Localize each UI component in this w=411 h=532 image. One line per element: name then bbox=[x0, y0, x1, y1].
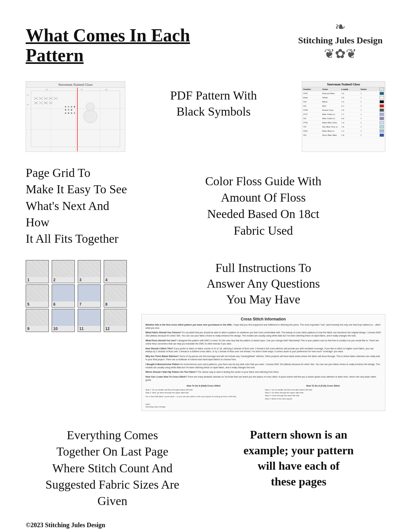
floss-table-row: 3325Baby Blue Lt1.31 bbox=[302, 129, 385, 133]
color-swatch bbox=[380, 129, 384, 133]
svg-text:10: 10 bbox=[27, 94, 29, 96]
bottom-section: Everything Comes Together On Last Page W… bbox=[26, 427, 385, 522]
floss-table-row: 3765Peacock Blue3.21 bbox=[302, 92, 385, 96]
footer-copyright: ©2023 Stitching Jules Design bbox=[26, 521, 105, 529]
bottom-right-text: Pattern shown is an example; your patter… bbox=[212, 427, 385, 489]
floss-table-row: 310Black1.51 bbox=[302, 100, 385, 104]
pattern-image: Snowman Stained Glass bbox=[26, 81, 125, 152]
info-doc-paragraph: What Fabric Should You Choose? It's my b… bbox=[145, 331, 381, 337]
svg-point-36 bbox=[68, 109, 69, 110]
page-title: What Comes In Each Pattern bbox=[26, 19, 250, 65]
pattern-tile: 9 bbox=[26, 309, 49, 332]
info-doc-signature: Jules Stitching Jules Design bbox=[145, 403, 381, 408]
page-grid-section: Page Grid To Make It Easy To See What's … bbox=[26, 165, 385, 247]
logo-ornament-bottom: ❦✿❦ bbox=[295, 48, 385, 60]
pdf-pattern-text: PDF Pattern With Black Symbols bbox=[138, 81, 289, 119]
pattern-tile: 2 bbox=[52, 260, 75, 283]
pattern-image-title: Snowman Stained Glass bbox=[26, 82, 125, 88]
info-doc-title: Cross Stitch Information bbox=[145, 317, 381, 321]
color-swatch bbox=[380, 96, 384, 99]
header: What Comes In Each Pattern ❧ Stitching J… bbox=[26, 19, 385, 65]
svg-point-34 bbox=[74, 106, 75, 108]
pattern-tile: 5 bbox=[26, 284, 49, 308]
color-swatch bbox=[380, 109, 384, 112]
color-swatch bbox=[380, 121, 384, 124]
info-doc-paragraph: How Can I Learn How To Cross Stitch? The… bbox=[145, 375, 381, 382]
svg-text:80: 80 bbox=[105, 88, 108, 91]
half-stitch-col: How To Do A (Half) Cross Stitch Step 1: … bbox=[145, 384, 262, 400]
full-stitch-col: How To Do A (Full) Cross Stitch Step 1: … bbox=[265, 384, 381, 400]
svg-point-38 bbox=[65, 112, 66, 114]
floss-table-body: NumberNameLengthSkeins3765Peacock Blue3.… bbox=[302, 87, 385, 137]
floss-guide-text: Color Floss Guide With Amount Of Floss N… bbox=[141, 173, 385, 239]
color-swatch bbox=[380, 113, 384, 116]
info-doc-paragraph: How Should I Stitch This? If you prefer … bbox=[145, 347, 381, 353]
color-swatch bbox=[380, 100, 384, 103]
color-swatch bbox=[380, 125, 384, 128]
page-grid-text: Page Grid To Make It Easy To See What's … bbox=[26, 165, 128, 247]
page: What Comes In Each Pattern ❧ Stitching J… bbox=[0, 0, 411, 532]
pattern-tile: 8 bbox=[104, 284, 127, 308]
svg-point-35 bbox=[65, 109, 66, 110]
pattern-tile: 12 bbox=[104, 309, 127, 332]
bottom-left-text: Everything Comes Together On Last Page W… bbox=[26, 427, 199, 509]
pdf-pattern-section: Snowman Stained Glass bbox=[26, 81, 385, 152]
pattern-tile: 7 bbox=[78, 284, 101, 308]
info-doc-paragraphs: Whether this is the first cross stitch p… bbox=[145, 323, 381, 382]
info-doc-stitch-columns: How To Do A (Half) Cross Stitch Step 1: … bbox=[145, 384, 381, 400]
svg-point-41 bbox=[74, 112, 75, 114]
svg-point-42 bbox=[83, 110, 97, 123]
svg-point-32 bbox=[68, 106, 69, 108]
floss-table-title: Snowman Stained Glass bbox=[302, 82, 385, 87]
floss-table-row: 3747Blue Violet Lt1.71 bbox=[302, 112, 385, 117]
logo-ornament-top: ❧ bbox=[295, 21, 385, 33]
pattern-tile: 4 bbox=[104, 260, 127, 283]
floss-table-row: blancWhite2.81 bbox=[302, 96, 385, 100]
info-doc-paragraph: I Bought A Monochrome Pattern for monoch… bbox=[145, 363, 381, 369]
logo-area: ❧ Stitching Jules Design ❦✿❦ bbox=[295, 19, 385, 62]
svg-point-37 bbox=[71, 109, 72, 110]
pattern-tile: 6 bbox=[52, 284, 75, 308]
floss-table-row: 3756Baby Blue Ultra1.41 bbox=[302, 121, 385, 125]
cross-stitch-info-doc: Cross Stitch Information Whether this is… bbox=[141, 314, 385, 411]
instructions-content: Full Instructions To Answer Any Question… bbox=[141, 260, 385, 411]
floss-table-header: NumberNameLengthSkeins bbox=[302, 87, 385, 92]
pattern-tile: 3 bbox=[78, 260, 101, 283]
color-swatch bbox=[380, 134, 384, 137]
svg-point-40 bbox=[71, 112, 72, 114]
floss-table-row: 341Blue Violet Lt2.01 bbox=[302, 117, 385, 121]
svg-point-39 bbox=[68, 112, 69, 114]
info-doc-paragraph: Whether this is the first cross stitch p… bbox=[145, 323, 381, 330]
svg-text:70: 70 bbox=[80, 88, 83, 91]
svg-point-33 bbox=[71, 106, 72, 108]
logo-text: Stitching Jules Design bbox=[295, 35, 385, 46]
color-swatch bbox=[380, 104, 384, 108]
color-swatch bbox=[380, 92, 384, 95]
pattern-tile: 11 bbox=[78, 309, 101, 332]
pattern-tile: 1 bbox=[26, 260, 49, 283]
floss-table-row: 322Navy Blue Med1.81 bbox=[302, 133, 385, 137]
full-instructions-text: Full Instructions To Answer Any Question… bbox=[141, 260, 385, 308]
floss-table-row: 747Sky Blue Very Lt1.61 bbox=[302, 125, 385, 129]
pattern-tile: 10 bbox=[52, 309, 75, 332]
svg-text:60: 60 bbox=[46, 88, 48, 91]
info-doc-paragraph: Where Should I Start My Pattern On The F… bbox=[145, 371, 381, 374]
color-swatch bbox=[380, 117, 384, 120]
svg-text:20: 20 bbox=[27, 103, 29, 106]
pattern-tiles-grid: 123456789101112 bbox=[26, 260, 128, 332]
floss-table-row: 3799Pewter Gray1.91 bbox=[302, 108, 385, 112]
instructions-section: 123456789101112 Full Instructions To Ans… bbox=[26, 260, 385, 411]
svg-point-31 bbox=[65, 106, 66, 108]
floss-table-row: 321Red2.11 bbox=[302, 104, 385, 108]
info-doc-paragraph: What Floss Should You Use? I designed th… bbox=[145, 339, 381, 345]
svg-point-43 bbox=[86, 103, 94, 111]
info-doc-paragraph: Why Are There Blank Stitches? Some of my… bbox=[145, 355, 381, 361]
floss-guide-table: Snowman Stained Glass NumberNameLengthSk… bbox=[302, 81, 385, 152]
